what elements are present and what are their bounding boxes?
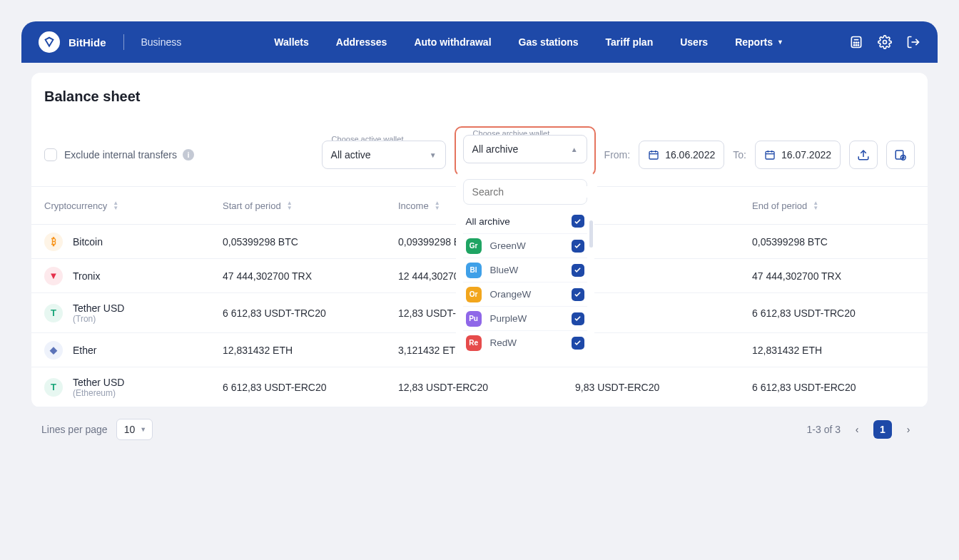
asset-name: Bitcoin — [73, 236, 103, 248]
nav-tariff-plan[interactable]: Tariff plan — [606, 36, 654, 48]
page-next-button[interactable]: › — [899, 420, 918, 439]
wallet-badge-icon: Re — [466, 335, 482, 351]
svg-rect-12 — [649, 151, 658, 159]
archive-wallet-value: All archive — [472, 143, 519, 155]
dropdown-item[interactable]: Or OrangeW — [463, 282, 587, 306]
page-range: 1-3 of 3 — [807, 424, 841, 435]
table-footer: Lines per page 10 ▼ 1-3 of 3 ‹ 1 › — [31, 407, 928, 440]
pagination: 1-3 of 3 ‹ 1 › — [807, 420, 918, 439]
exclude-internal-checkbox[interactable] — [44, 148, 57, 161]
dropdown-item-label: BlueW — [490, 265, 563, 275]
checkbox-checked-icon — [572, 264, 584, 277]
dropdown-item[interactable]: Gr GreenW — [463, 233, 587, 258]
checkbox-checked-icon — [572, 215, 584, 228]
from-label: From: — [604, 149, 631, 161]
col-end[interactable]: End of period▲▼ — [752, 200, 915, 211]
main-nav: Wallets Addresses Auto withdrawal Gas st… — [274, 36, 783, 48]
asset-sub: (Ethereum) — [73, 388, 124, 398]
checkbox-checked-icon — [572, 337, 584, 350]
start-value: 6 612,83 USDT-TRC20 — [223, 307, 398, 319]
asset-cell: T Tether USD (Tron) — [44, 302, 223, 324]
end-value: 0,05399298 BTC — [752, 236, 915, 248]
col-cryptocurrency[interactable]: Cryptocurrency▲▼ — [44, 200, 223, 211]
brand-name: BitHide — [68, 36, 106, 49]
chevron-down-icon: ▼ — [140, 426, 146, 433]
end-value: 12,831432 ETH — [752, 345, 915, 356]
settings-columns-button[interactable] — [886, 141, 915, 169]
asset-name: Tronix — [73, 270, 100, 282]
report-settings-icon — [894, 148, 907, 161]
dropdown-search[interactable] — [463, 179, 587, 205]
calendar-icon — [764, 149, 776, 161]
dropdown-item[interactable]: Re RedW — [463, 330, 587, 355]
app-header: BitHide Business Wallets Addresses Auto … — [21, 21, 938, 63]
dropdown-item-label: All archive — [466, 216, 563, 227]
from-date-value: 16.06.2022 — [665, 149, 715, 161]
nav-auto-withdrawal[interactable]: Auto withdrawal — [414, 36, 491, 48]
svg-point-8 — [883, 41, 887, 44]
logout-icon[interactable] — [906, 35, 920, 49]
dropdown-item-label: RedW — [490, 337, 563, 348]
nav-users[interactable]: Users — [680, 36, 708, 48]
lines-per-page-value: 10 — [124, 424, 136, 435]
page-title: Balance sheet — [44, 88, 910, 105]
col-outcome[interactable]: Outcome — [575, 200, 752, 211]
dropdown-item[interactable]: Pu PurpleW — [463, 306, 587, 330]
active-wallet-select[interactable]: All active ▼ — [322, 141, 446, 169]
nav-reports[interactable]: Reports ▼ — [735, 36, 783, 48]
asset-icon: ₿ — [44, 233, 63, 251]
dropdown-item[interactable]: Bl BlueW — [463, 258, 587, 282]
end-value: 6 612,83 USDT-TRC20 — [752, 307, 915, 319]
wallet-badge-icon: Bl — [466, 263, 482, 278]
asset-icon: T — [44, 304, 63, 322]
wallet-badge-icon: Gr — [466, 238, 482, 254]
dropdown-item-all[interactable]: All archive — [463, 209, 587, 233]
svg-point-6 — [856, 45, 856, 46]
gear-icon[interactable] — [878, 35, 892, 49]
header-actions — [849, 35, 920, 49]
nav-gas-stations[interactable]: Gas stations — [519, 36, 579, 48]
checkbox-checked-icon — [572, 312, 584, 325]
col-start[interactable]: Start of period▲▼ — [223, 200, 398, 211]
end-value: 6 612,83 USDT-ERC20 — [752, 382, 915, 393]
lines-per-page-select[interactable]: 10 ▼ — [116, 419, 153, 440]
start-value: 6 612,83 USDT-ERC20 — [223, 382, 398, 393]
start-value: 47 444,302700 TRX — [223, 270, 398, 282]
dropdown-item-label: PurpleW — [490, 313, 563, 324]
logo-icon — [39, 31, 60, 53]
archive-wallet-select[interactable]: All archive ▲ — [463, 135, 587, 163]
svg-rect-16 — [766, 151, 774, 159]
dropdown-search-input[interactable] — [472, 186, 597, 198]
export-button[interactable] — [849, 141, 878, 169]
svg-point-5 — [853, 45, 854, 46]
to-label: To: — [733, 149, 746, 161]
sort-icon: ▲▼ — [435, 200, 440, 210]
exclude-internal-label: Exclude internal transfers i — [64, 149, 194, 161]
start-value: 12,831432 ETH — [223, 345, 398, 356]
nav-wallets[interactable]: Wallets — [274, 36, 309, 48]
dropdown-scrollbar[interactable] — [589, 220, 593, 248]
from-date-input[interactable]: 16.06.2022 — [639, 141, 724, 169]
wallet-badge-icon: Pu — [466, 311, 482, 327]
info-icon[interactable]: i — [183, 149, 194, 161]
active-wallet-select-wrap: Choose active wallet All active ▼ — [322, 141, 446, 169]
sort-icon: ▲▼ — [287, 200, 293, 210]
svg-point-3 — [856, 42, 856, 43]
wallet-badge-icon: Or — [466, 287, 482, 302]
archive-wallet-highlight: Choose archive wallet All archive ▲ — [455, 126, 596, 176]
to-date-input[interactable]: 16.07.2022 — [755, 141, 841, 169]
asset-cell: ▼ Tronix — [44, 267, 223, 285]
sort-icon: ▲▼ — [813, 200, 818, 210]
page-prev-button[interactable]: ‹ — [848, 420, 866, 439]
chevron-down-icon: ▼ — [430, 151, 437, 159]
checkbox-checked-icon — [572, 240, 584, 253]
asset-cell: T Tether USD (Ethereum) — [44, 377, 223, 398]
brand-sub: Business — [141, 36, 182, 48]
dropdown-item-label: OrangeW — [490, 289, 563, 300]
asset-sub: (Tron) — [73, 314, 124, 324]
page-current[interactable]: 1 — [873, 420, 892, 439]
asset-name: Ether — [73, 345, 96, 356]
calculator-icon[interactable] — [849, 35, 863, 49]
nav-addresses[interactable]: Addresses — [336, 36, 387, 48]
nav-reports-label: Reports — [735, 36, 773, 48]
